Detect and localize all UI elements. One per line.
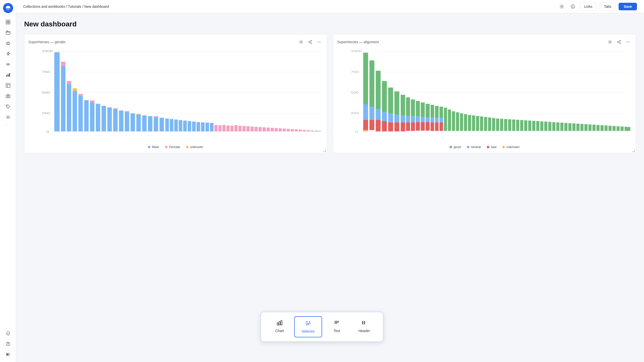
svg-rect-146	[401, 122, 405, 131]
sidebar-nav-grid[interactable]	[4, 18, 13, 27]
toolbar-chart-label: Chart	[275, 329, 284, 333]
tabs-button[interactable]: Tabs	[600, 3, 616, 11]
sidebar-nav-tag[interactable]	[4, 102, 13, 111]
sidebar-nav-settings2[interactable]	[4, 113, 13, 122]
svg-rect-220	[281, 321, 282, 325]
legend-bad: bad	[487, 145, 496, 149]
svg-rect-126	[363, 104, 368, 120]
sidebar-nav-chain[interactable]	[4, 60, 13, 69]
svg-point-15	[8, 345, 8, 345]
breadcrumb-sep1: /	[66, 5, 68, 9]
svg-text:750: 750	[351, 70, 359, 73]
svg-rect-101	[315, 131, 318, 131]
sidebar-nav-bolt[interactable]	[4, 49, 13, 58]
svg-point-112	[627, 42, 627, 42]
bottom-toolbar: Chart Selector Text H Header	[260, 312, 383, 342]
svg-rect-197	[548, 122, 551, 131]
svg-rect-187	[508, 119, 511, 131]
toolbar-text[interactable]: Text	[324, 316, 349, 337]
svg-text:250: 250	[351, 112, 359, 115]
legend-dot-neutral	[467, 146, 469, 148]
svg-rect-69	[183, 121, 187, 131]
toolbar-chart[interactable]: Chart	[267, 316, 292, 337]
resize-handle-gender[interactable]	[323, 149, 326, 152]
info-icon-btn[interactable]	[569, 3, 577, 11]
legend-label-female: Female	[169, 145, 180, 149]
svg-rect-81	[234, 125, 237, 131]
svg-rect-39	[61, 62, 65, 66]
svg-rect-41	[67, 81, 71, 84]
chart-more-icon-2[interactable]	[625, 38, 632, 46]
chart-more-icon[interactable]	[316, 38, 323, 46]
svg-rect-192	[528, 121, 531, 131]
sidebar-nav-camera[interactable]	[4, 92, 13, 101]
chart-settings-icon-2[interactable]	[607, 38, 614, 46]
svg-rect-86	[255, 127, 258, 131]
svg-rect-128	[363, 130, 368, 131]
svg-rect-141	[394, 92, 399, 115]
svg-rect-62	[154, 117, 158, 131]
svg-point-114	[629, 42, 630, 42]
svg-rect-82	[238, 126, 242, 131]
chart-share-icon[interactable]	[307, 38, 314, 46]
breadcrumb-path1[interactable]: Collections and workbooks	[23, 5, 65, 9]
svg-rect-50	[102, 106, 106, 131]
svg-rect-75	[210, 123, 214, 131]
resize-handle-alignment[interactable]	[632, 149, 635, 152]
chart-title-gender: SuperHeroes — gender	[28, 40, 66, 44]
chart-legend-gender: Male Female unknown	[28, 145, 323, 149]
svg-rect-208	[592, 125, 595, 131]
sidebar-nav-collections[interactable]	[4, 28, 13, 37]
settings-icon-btn[interactable]	[558, 3, 566, 11]
links-button[interactable]: Links	[580, 3, 597, 11]
svg-point-26	[320, 42, 321, 42]
svg-rect-133	[376, 109, 381, 120]
svg-rect-154	[416, 116, 420, 122]
svg-text:0: 0	[355, 130, 358, 133]
svg-rect-44	[78, 96, 83, 131]
sidebar-bell[interactable]	[4, 329, 13, 338]
svg-rect-147	[406, 97, 410, 116]
breadcrumb-sep2: /	[82, 5, 84, 9]
toolbar-selector[interactable]: Selector	[294, 316, 322, 337]
svg-rect-68	[179, 120, 182, 131]
play-button[interactable]	[4, 351, 11, 358]
app-logo[interactable]	[3, 3, 13, 13]
chart-svg-gender: 1000 750 500 250 0	[28, 48, 323, 143]
svg-rect-83	[243, 126, 246, 131]
svg-point-20	[301, 41, 302, 42]
toolbar-header[interactable]: H Header	[351, 316, 377, 337]
svg-point-22	[311, 43, 312, 44]
svg-rect-95	[291, 129, 294, 131]
svg-rect-49	[96, 104, 100, 131]
svg-rect-153	[416, 101, 420, 117]
svg-rect-162	[431, 105, 434, 118]
sidebar-nav-bar[interactable]	[4, 70, 13, 79]
svg-rect-89	[267, 127, 270, 131]
svg-rect-190	[520, 120, 523, 131]
svg-rect-100	[311, 130, 314, 131]
svg-rect-209	[596, 125, 599, 131]
svg-rect-102	[318, 131, 321, 131]
svg-rect-138	[388, 87, 393, 113]
svg-rect-167	[435, 122, 438, 131]
svg-rect-1	[8, 20, 10, 22]
svg-text:1000: 1000	[42, 50, 53, 53]
svg-rect-164	[431, 122, 434, 131]
chart-settings-icon[interactable]	[298, 38, 305, 46]
svg-rect-176	[464, 114, 467, 131]
chart-area-alignment: 1000 750 500 250 0	[337, 48, 632, 143]
svg-rect-54	[119, 111, 124, 131]
breadcrumb-path2[interactable]: Tutorials	[68, 5, 81, 9]
save-button[interactable]: Save	[619, 3, 637, 10]
chart-share-icon-2[interactable]	[616, 38, 623, 46]
svg-rect-149	[406, 122, 410, 131]
sidebar-help[interactable]	[4, 339, 13, 348]
svg-rect-184	[496, 118, 499, 131]
svg-rect-125	[363, 53, 368, 104]
sidebar-nav-starred[interactable]	[4, 39, 13, 48]
svg-rect-191	[524, 120, 527, 131]
svg-rect-181	[484, 117, 487, 131]
sidebar-nav-table[interactable]	[4, 81, 13, 90]
svg-rect-155	[416, 122, 420, 131]
